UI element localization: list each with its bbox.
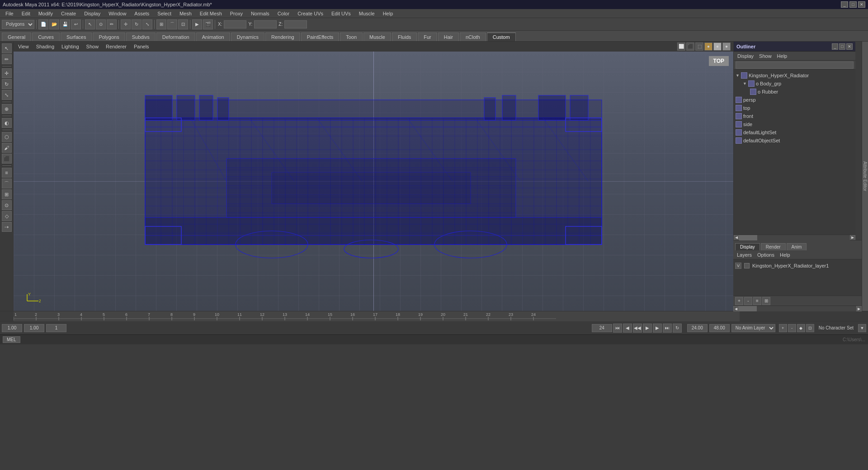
outliner-maximize[interactable]: □: [839, 43, 845, 50]
outliner-menu-display[interactable]: Display: [736, 53, 755, 59]
layer-scrollbar[interactable]: ◀ ▶: [733, 306, 862, 311]
outliner-panel-controls[interactable]: _ □ ✕: [832, 43, 853, 50]
play-back[interactable]: ◀◀: [633, 324, 642, 333]
tab-animation[interactable]: Animation: [196, 33, 230, 41]
range-start-input[interactable]: [687, 324, 708, 332]
tree-item-rubber[interactable]: o Rubber: [734, 88, 855, 96]
menu-muscle[interactable]: Muscle: [355, 10, 378, 17]
lasso-tool[interactable]: ⊙: [96, 19, 106, 29]
anim-btn4[interactable]: ⊡: [806, 324, 814, 332]
outliner-scrollbar-h[interactable]: ◀ ▶: [734, 235, 855, 240]
menu-color[interactable]: Color: [274, 10, 293, 17]
frame-end-input[interactable]: [46, 324, 66, 332]
tree-item-top[interactable]: top: [734, 104, 855, 112]
menu-file[interactable]: File: [2, 10, 17, 17]
menu-window[interactable]: Window: [105, 10, 130, 17]
frame-current-input[interactable]: [24, 324, 44, 332]
tab-dynamics[interactable]: Dynamics: [231, 33, 264, 41]
move-tool[interactable]: ✛: [121, 19, 131, 29]
menu-create-uvs[interactable]: Create UVs: [294, 10, 327, 17]
tab-surfaces[interactable]: Surfaces: [61, 33, 92, 41]
render-btn[interactable]: ▶: [192, 19, 202, 29]
snap-grid[interactable]: ⊞: [156, 19, 166, 29]
tab-rendering[interactable]: Rendering: [265, 33, 300, 41]
snap-point[interactable]: ⊡: [178, 19, 188, 29]
menu-modify[interactable]: Modify: [35, 10, 57, 17]
anim-btn3[interactable]: ◆: [797, 324, 805, 332]
char-set-btn[interactable]: ▼: [858, 324, 866, 332]
vp-menu-show[interactable]: Show: [85, 44, 101, 49]
menu-edit-mesh[interactable]: Edit Mesh: [196, 10, 226, 17]
rotate-tool[interactable]: ↻: [132, 19, 142, 29]
select-btn[interactable]: ↖: [2, 43, 12, 53]
mode-select[interactable]: Polygons: [2, 20, 34, 29]
layer-tb-btn1[interactable]: +: [735, 297, 743, 305]
layer-scroll-right[interactable]: ▶: [856, 306, 862, 311]
tab-hair[interactable]: Hair: [438, 33, 459, 41]
tree-item-kingston[interactable]: ▼ Kingston_HyperX_Radiator: [734, 71, 855, 80]
scale-tool[interactable]: ⤡: [142, 19, 152, 29]
play-forward[interactable]: ▶: [643, 324, 652, 333]
layer-visibility-btn[interactable]: V: [735, 263, 741, 269]
window-controls[interactable]: _ □ ✕: [841, 1, 865, 8]
viewport[interactable]: TOP Y Z: [14, 52, 733, 311]
vp-menu-view[interactable]: View: [16, 44, 31, 49]
sculpt-btn[interactable]: 🖌: [2, 143, 12, 153]
vp-menu-shading[interactable]: Shading: [34, 44, 56, 49]
menu-create[interactable]: Create: [57, 10, 80, 17]
menu-mesh[interactable]: Mesh: [176, 10, 195, 17]
joint-btn[interactable]: ◇: [2, 211, 12, 221]
outliner-close[interactable]: ✕: [846, 43, 853, 50]
cluster-btn[interactable]: ⊙: [2, 200, 12, 210]
tab-ncloth[interactable]: nCloth: [460, 33, 486, 41]
step-forward[interactable]: ▶: [653, 324, 662, 333]
scroll-thumb[interactable]: [739, 235, 757, 240]
tab-subdivs[interactable]: Subdivs: [126, 33, 156, 41]
open-button[interactable]: 📂: [49, 19, 59, 29]
menu-assets[interactable]: Assets: [131, 10, 153, 17]
menu-edit[interactable]: Edit: [18, 10, 34, 17]
range-end-input[interactable]: [709, 324, 730, 332]
menu-edit-uvs[interactable]: Edit UVs: [328, 10, 354, 17]
vp-icon-wireframe[interactable]: ⬜: [677, 42, 685, 51]
loop-btn[interactable]: ↻: [673, 324, 682, 333]
layer-tab-render[interactable]: Render: [761, 243, 786, 250]
ipr-btn[interactable]: 🎬: [203, 19, 213, 29]
paint-weights-btn[interactable]: ⬛: [2, 154, 12, 164]
layer-menu-layers[interactable]: Layers: [735, 252, 754, 258]
tab-painteffects[interactable]: PaintEffects: [301, 33, 340, 41]
minimize-button[interactable]: _: [841, 1, 848, 8]
x-input[interactable]: [224, 20, 246, 28]
vp-menu-lighting[interactable]: Lighting: [60, 44, 81, 49]
vp-icon-light3[interactable]: ●: [722, 42, 731, 51]
ik-btn[interactable]: ⇢: [2, 222, 12, 232]
outliner-minimize[interactable]: _: [832, 43, 838, 50]
paint-sel-tool[interactable]: ✏: [107, 19, 117, 29]
anim-btn2[interactable]: -: [788, 324, 796, 332]
vp-icon-light2[interactable]: ●: [713, 42, 722, 51]
skip-to-end[interactable]: ⏭: [663, 324, 672, 333]
new-scene-button[interactable]: 📄: [38, 19, 48, 29]
outliner-search-input[interactable]: [736, 61, 854, 69]
layer-scroll-track[interactable]: [739, 306, 856, 311]
save-button[interactable]: 💾: [60, 19, 70, 29]
vp-icon-smooth[interactable]: ⬛: [686, 42, 694, 51]
tab-polygons[interactable]: Polygons: [93, 33, 125, 41]
menu-select[interactable]: Select: [154, 10, 175, 17]
tab-custom[interactable]: Custom: [487, 33, 516, 41]
restore-button[interactable]: □: [849, 1, 857, 8]
layer-tab-anim[interactable]: Anim: [787, 243, 807, 250]
snap-curve[interactable]: ⌒: [167, 19, 177, 29]
outliner-menu-show[interactable]: Show: [757, 53, 774, 59]
tab-general[interactable]: General: [2, 33, 31, 41]
tree-item-persp[interactable]: persp: [734, 96, 855, 104]
bend-btn[interactable]: ⌒: [2, 179, 12, 188]
anim-btn1[interactable]: +: [779, 324, 787, 332]
show-manip-btn[interactable]: ⊕: [2, 104, 12, 114]
frame-start-input[interactable]: [2, 324, 22, 332]
layer-scroll-thumb[interactable]: [739, 306, 757, 311]
soft-sel-btn[interactable]: ◐: [2, 118, 12, 128]
close-button[interactable]: ✕: [858, 1, 865, 8]
tab-deformation[interactable]: Deformation: [156, 33, 195, 41]
menu-normals[interactable]: Normals: [247, 10, 273, 17]
